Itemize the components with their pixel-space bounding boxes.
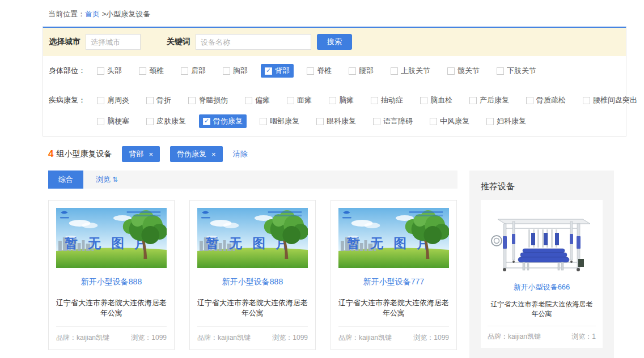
body-part-checkbox[interactable]: 下肢关节 xyxy=(493,64,540,78)
recommend-title-link[interactable]: 新开小型设备666 xyxy=(488,282,596,292)
tab-sort-views[interactable]: 浏览 ⇅ xyxy=(96,174,118,185)
disease-checkbox[interactable]: 脑瘫 xyxy=(325,93,358,107)
disease-checkbox[interactable]: 脑梗塞 xyxy=(93,114,133,128)
disease-checkbox[interactable]: 语言障碍 xyxy=(369,114,417,128)
product-views: 浏览：1099 xyxy=(413,333,449,343)
clear-filters-link[interactable]: 清除 xyxy=(233,149,248,159)
search-button[interactable]: 搜索 xyxy=(317,34,352,50)
checkbox-icon xyxy=(349,67,356,75)
product-title-link[interactable]: 新开小型设备777 xyxy=(338,277,449,287)
result-count-suffix: 组小型康复设备 xyxy=(56,149,112,159)
body-part-filter-row: 身体部位： 头部 颈椎 肩部 xyxy=(43,56,626,86)
body-part-checkbox[interactable]: 肩部 xyxy=(177,64,210,78)
recommend-card[interactable]: 新开小型设备666 辽宁省大连市养老院大连依海居老年公寓 品牌：kaijian凯… xyxy=(481,200,603,348)
no-image-placeholder[interactable] xyxy=(338,208,449,268)
product-views: 浏览：1099 xyxy=(272,333,308,343)
checkbox-icon xyxy=(181,67,188,75)
product-meta: 品牌：kaijian凯键 浏览：1099 xyxy=(338,326,449,343)
product-card[interactable]: 新开小型设备888 辽宁省大连市养老院大连依海居老年公寓 品牌：kaijian凯… xyxy=(189,200,316,350)
checkbox-label: 脑梗塞 xyxy=(107,116,129,126)
checkbox-label: 头部 xyxy=(107,66,122,76)
checkbox-icon xyxy=(391,67,398,75)
recommend-sidebar: 推荐设备 新开小型设备666 辽宁省大连市养老院大连依海居老年公寓 品牌：kai… xyxy=(469,171,614,358)
search-bar: 选择城市 关键词 搜索 xyxy=(43,28,626,56)
keyword-input[interactable] xyxy=(196,34,311,50)
product-card[interactable]: 新开小型设备777 辽宁省大连市养老院大连依海居老年公寓 品牌：kaijian凯… xyxy=(331,200,457,350)
breadcrumb-home-link[interactable]: 首页 xyxy=(85,10,100,18)
body-part-checkbox[interactable]: 头部 xyxy=(93,64,126,78)
body-part-checkbox[interactable]: 上肢关节 xyxy=(387,64,434,78)
keyword-label: 关键词 xyxy=(167,37,190,47)
disease-options: 肩周炎 骨折 脊髓损伤 xyxy=(93,93,644,128)
disease-checkbox[interactable]: 骨伤康复 xyxy=(199,114,247,128)
disease-checkbox[interactable]: 抽动症 xyxy=(367,93,407,107)
brand-value: kaijian凯键 xyxy=(218,334,251,342)
disease-checkbox[interactable]: 脑血栓 xyxy=(416,93,456,107)
main-column: 综合 浏览 ⇅ 新开小型设备888 辽宁省大连市养老院大连依海居老年公寓 品牌：… xyxy=(48,171,457,358)
product-title-link[interactable]: 新开小型设备888 xyxy=(197,277,308,287)
tag-close-icon[interactable]: × xyxy=(211,150,216,159)
result-summary-row: 4 组小型康复设备 背部 × 骨伤康复 × 清除 xyxy=(48,146,626,162)
disease-checkbox[interactable]: 肩周炎 xyxy=(93,93,133,107)
product-card[interactable]: 新开小型设备888 辽宁省大连市养老院大连依海居老年公寓 品牌：kaijian凯… xyxy=(48,200,175,350)
tag-close-icon[interactable]: × xyxy=(149,150,153,159)
checkbox-label: 髋关节 xyxy=(457,66,480,76)
checkbox-label: 脑血栓 xyxy=(430,95,452,105)
sort-views-label: 浏览 xyxy=(96,174,111,185)
checkbox-icon xyxy=(316,118,324,125)
active-filter-tag[interactable]: 背部 × xyxy=(122,146,160,162)
no-image-placeholder[interactable] xyxy=(197,208,308,268)
disease-checkbox[interactable]: 咽部康复 xyxy=(256,114,303,128)
disease-checkbox[interactable]: 皮肤康复 xyxy=(142,114,190,128)
views-label: 浏览： xyxy=(571,333,592,340)
disease-options-line2: 脑梗塞 皮肤康复 骨伤康复 xyxy=(93,114,644,128)
disease-checkbox[interactable]: 妇科康复 xyxy=(482,114,530,128)
checkbox-label: 背部 xyxy=(275,66,290,76)
disease-checkbox[interactable]: 眼科康复 xyxy=(312,114,360,128)
recommend-image-wrap xyxy=(488,207,596,275)
brand-label: 品牌： xyxy=(56,334,77,342)
disease-checkbox[interactable]: 腰椎间盘突出 xyxy=(579,93,641,107)
breadcrumb-prefix: 当前位置： xyxy=(48,10,85,18)
checkbox-icon xyxy=(223,67,230,75)
product-title-link[interactable]: 新开小型设备888 xyxy=(56,277,167,287)
content-area: 综合 浏览 ⇅ 新开小型设备888 辽宁省大连市养老院大连依海居老年公寓 品牌：… xyxy=(43,171,626,358)
disease-checkbox[interactable]: 脊髓损伤 xyxy=(184,93,232,107)
checkbox-icon xyxy=(287,97,294,104)
brand-label: 品牌： xyxy=(338,334,359,342)
tab-composite[interactable]: 综合 xyxy=(48,171,83,189)
checkbox-label: 咽部康复 xyxy=(270,116,299,126)
no-image-placeholder[interactable] xyxy=(56,208,167,268)
checkbox-label: 下肢关节 xyxy=(507,66,536,76)
checkbox-icon xyxy=(373,118,380,125)
body-part-checkbox[interactable]: 颈椎 xyxy=(135,64,168,78)
disease-checkbox[interactable]: 偏瘫 xyxy=(241,93,274,107)
equipment-image[interactable] xyxy=(488,207,596,275)
body-part-checkbox[interactable]: 背部 xyxy=(261,64,294,78)
body-part-checkbox[interactable]: 胸部 xyxy=(219,64,252,78)
disease-filter-row: 疾病康复： 肩周炎 骨折 xyxy=(43,86,626,136)
checkbox-icon xyxy=(260,118,267,125)
body-part-checkbox[interactable]: 脊椎 xyxy=(303,64,336,78)
body-part-checkbox[interactable]: 腰部 xyxy=(345,64,378,78)
active-filter-tag[interactable]: 骨伤康复 × xyxy=(170,146,223,162)
tag-label: 骨伤康复 xyxy=(177,149,206,159)
disease-checkbox[interactable]: 面瘫 xyxy=(283,93,316,107)
checkbox-icon xyxy=(146,97,154,104)
product-views: 浏览：1099 xyxy=(131,333,167,343)
checkbox-label: 骨折 xyxy=(156,95,171,105)
disease-checkbox[interactable]: 骨折 xyxy=(142,93,175,107)
body-part-checkbox[interactable]: 髋关节 xyxy=(443,64,484,78)
product-grid: 新开小型设备888 辽宁省大连市养老院大连依海居老年公寓 品牌：kaijian凯… xyxy=(48,200,457,358)
product-brand: 品牌：kaijian凯键 xyxy=(197,333,251,343)
brand-value: kaijian凯键 xyxy=(508,333,541,340)
disease-checkbox[interactable]: 产后康复 xyxy=(465,93,513,107)
disease-checkbox[interactable]: 骨质疏松 xyxy=(522,93,570,107)
checkbox-icon xyxy=(146,118,154,125)
checkbox-label: 骨伤康复 xyxy=(213,116,243,126)
product-meta: 品牌：kaijian凯键 浏览：1099 xyxy=(197,326,308,343)
checkbox-label: 腰部 xyxy=(359,66,374,76)
disease-checkbox[interactable]: 中风康复 xyxy=(426,114,473,128)
checkbox-icon xyxy=(497,67,504,75)
city-input[interactable] xyxy=(86,34,141,50)
